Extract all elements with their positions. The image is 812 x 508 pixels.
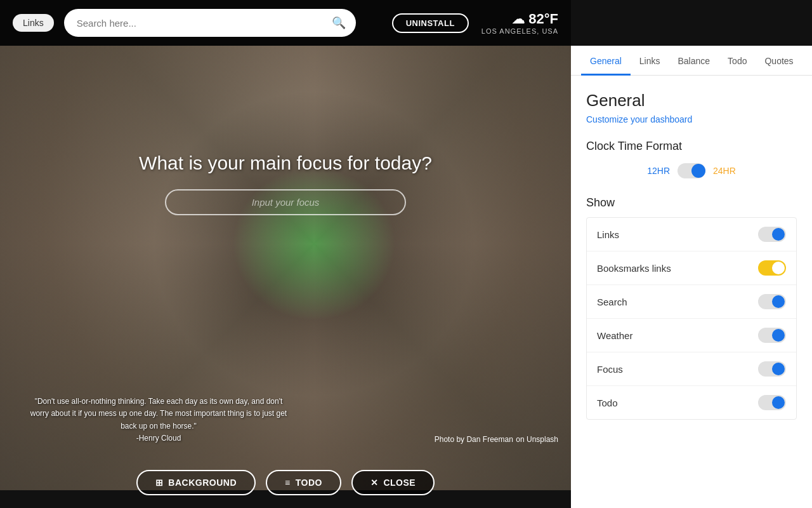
toggle-search-label: Search (597, 297, 627, 307)
toggle-bookmarks-label: Booksmarks links (597, 263, 671, 274)
top-right-controls: UNINSTALL ☁ 82°F LOS ANGELES, USA (392, 11, 558, 35)
search-icon: 🔍 (332, 16, 346, 30)
toggle-bookmarks-thumb (772, 262, 785, 274)
bottom-buttons: ⊞ BACKGROUND ≡ TODO ✕ CLOSE (0, 470, 571, 495)
toggle-todo-thumb (772, 396, 785, 409)
links-button[interactable]: Links (13, 14, 54, 32)
settings-subtitle: Customize your dashboard (586, 114, 797, 124)
weather-location: LOS ANGELES, USA (481, 27, 558, 35)
toggle-todo[interactable] (758, 395, 786, 410)
tab-balance[interactable]: Balance (669, 46, 719, 76)
toggle-weather[interactable] (758, 328, 786, 343)
background-label: BACKGROUND (168, 478, 237, 488)
toggle-row-todo: Todo (587, 386, 796, 419)
quote-author: -Henry Cloud (25, 432, 292, 444)
close-label: CLOSE (383, 478, 416, 488)
focus-input-wrapper (25, 189, 546, 215)
toggle-links-label: Links (597, 229, 619, 240)
photo-credit: Photo by Dan Freeman on Unsplash (435, 433, 558, 444)
weather-temp-row: ☁ 82°F (512, 11, 558, 27)
toggle-row-weather: Weather (587, 319, 796, 352)
toggle-weather-label: Weather (597, 330, 632, 341)
clock-toggle-thumb (691, 164, 705, 178)
quote-area: "Don't use all-or-nothing thinking. Take… (25, 396, 292, 444)
todo-label: TODO (296, 478, 322, 488)
top-bar: Links 🔍 UNINSTALL ☁ 82°F LOS ANGELES, US… (0, 0, 571, 46)
toggle-links-thumb (772, 228, 785, 241)
settings-panel: General Links Balance Todo Quotes Genera… (571, 46, 812, 508)
close-button[interactable]: ✕ CLOSE (351, 470, 435, 495)
toggle-row-search: Search (587, 285, 796, 319)
uninstall-button[interactable]: UNINSTALL (392, 13, 469, 33)
weather-widget: ☁ 82°F LOS ANGELES, USA (481, 11, 558, 35)
toggle-focus-thumb (772, 363, 785, 375)
search-input[interactable] (77, 18, 327, 29)
close-icon: ✕ (370, 478, 379, 488)
toggle-bookmarks[interactable] (758, 260, 786, 276)
tab-todo[interactable]: Todo (719, 46, 756, 76)
main-background: Links 🔍 UNINSTALL ☁ 82°F LOS ANGELES, US… (0, 0, 571, 508)
photo-credit-site[interactable]: Unsplash (527, 435, 558, 444)
photo-credit-on: on (516, 435, 527, 444)
tab-links[interactable]: Links (631, 46, 669, 76)
focus-question: What is your main focus for today? (25, 152, 546, 174)
todo-button[interactable]: ≡ TODO (266, 470, 341, 495)
clock-toggle-row: 12HR 24HR (586, 163, 797, 178)
toggle-row-links: Links (587, 218, 796, 251)
settings-tabs: General Links Balance Todo Quotes (571, 46, 812, 76)
toggle-focus[interactable] (758, 361, 786, 377)
toggle-search[interactable] (758, 294, 786, 309)
tab-quotes[interactable]: Quotes (756, 46, 802, 76)
toggle-search-thumb (772, 295, 785, 308)
toggle-row-focus: Focus (587, 352, 796, 386)
clock-section-title: Clock Time Format (586, 140, 797, 153)
settings-body: General Customize your dashboard Clock T… (571, 76, 812, 508)
clock-12hr-label: 12HR (647, 166, 670, 176)
photo-credit-prefix: Photo by (435, 435, 467, 444)
toggle-todo-label: Todo (597, 398, 618, 408)
toggle-focus-label: Focus (597, 364, 623, 375)
toggle-links[interactable] (758, 227, 786, 242)
photo-credit-name[interactable]: Dan Freeman (466, 435, 513, 444)
toggle-row-bookmarks: Booksmarks links (587, 251, 796, 285)
weather-cloud-icon: ☁ (512, 11, 525, 27)
focus-area: What is your main focus for today? (25, 152, 546, 215)
settings-title: General (586, 91, 797, 110)
clock-format-toggle[interactable] (678, 163, 705, 178)
background-icon: ⊞ (155, 478, 164, 488)
focus-input[interactable] (165, 189, 406, 215)
weather-temperature: 82°F (528, 11, 558, 27)
quote-text: "Don't use all-or-nothing thinking. Take… (25, 396, 292, 432)
clock-24hr-label: 24HR (713, 166, 736, 176)
search-bar-container: 🔍 (64, 9, 356, 37)
background-button[interactable]: ⊞ BACKGROUND (136, 470, 256, 495)
toggle-weather-thumb (772, 329, 785, 342)
tab-general[interactable]: General (581, 46, 631, 76)
todo-icon: ≡ (285, 478, 291, 488)
toggle-list: Links Booksmarks links Search (586, 217, 797, 420)
show-label: Show (586, 196, 797, 210)
